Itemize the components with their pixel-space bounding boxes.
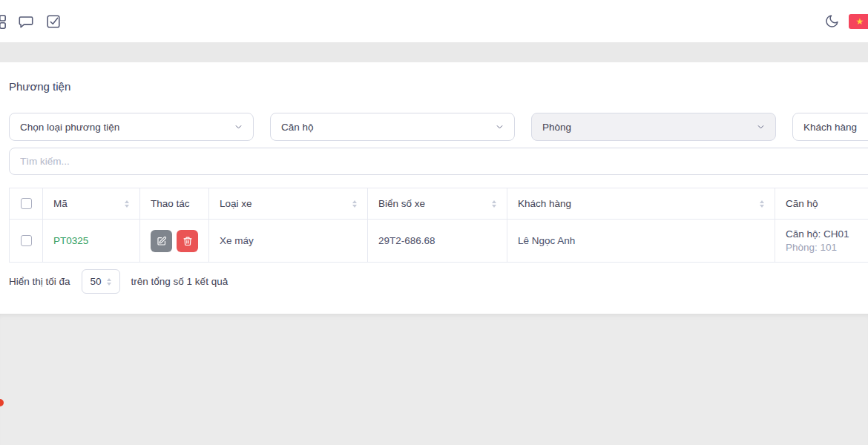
customer-cell: Lê Ngọc Anh [507, 220, 775, 263]
chevron-down-icon [234, 122, 243, 132]
pagination: Hiển thị tối đa 50 trên tổng số 1 kết qu… [9, 269, 868, 294]
column-header-apartment[interactable]: Căn hộ [775, 188, 868, 220]
sort-icon [352, 200, 357, 208]
apps-icon[interactable] [0, 13, 7, 30]
apartment-select[interactable]: Căn hộ [270, 113, 515, 141]
room-select[interactable]: Phòng [531, 113, 776, 141]
room-line: Phòng: 101 [786, 242, 868, 253]
search-input[interactable] [9, 148, 868, 175]
column-header-vehicle-type[interactable]: Loại xe [209, 188, 368, 220]
vehicles-table: Mã Thao tác Loại xe [9, 188, 868, 263]
customer-select-value: Khách hàng [803, 122, 857, 133]
edit-button[interactable] [151, 230, 172, 252]
sort-icon [760, 200, 764, 208]
room-select-value: Phòng [542, 122, 571, 133]
chevron-down-icon [756, 122, 766, 132]
vehicle-type-select[interactable]: Chọn loại phương tiện [9, 113, 254, 141]
column-header-actions: Thao tác [140, 188, 209, 220]
page-size-value: 50 [91, 276, 102, 287]
chat-bubble-icon[interactable] [18, 13, 34, 30]
customer-select[interactable]: Khách hàng [792, 113, 868, 141]
sort-icon [492, 200, 496, 208]
vehicle-type-cell: Xe máy [209, 220, 368, 263]
trash-icon [183, 236, 193, 246]
background-band [0, 42, 868, 62]
column-header-license-plate[interactable]: Biển số xe [368, 188, 507, 220]
page-title: Phương tiện [9, 80, 868, 93]
apartment-cell: Căn hộ: CH01 Phòng: 101 [775, 220, 868, 263]
vietnam-flag-icon[interactable]: ★ [849, 14, 868, 29]
topbar-right: ★ [824, 13, 868, 29]
moon-icon[interactable] [824, 13, 840, 29]
column-header-code[interactable]: Mã [43, 188, 140, 220]
row-checkbox[interactable] [21, 235, 32, 246]
sort-icon [125, 200, 129, 208]
table-row: PT0325 [10, 220, 868, 263]
license-plate-cell: 29T2-686.68 [368, 220, 507, 263]
check-square-icon[interactable] [45, 13, 62, 30]
vehicle-code-link[interactable]: PT0325 [53, 235, 88, 246]
row-actions [151, 230, 198, 252]
edit-icon [157, 236, 167, 246]
apartment-line: Căn hộ: CH01 [786, 228, 868, 240]
stepper-arrows-icon[interactable] [107, 278, 111, 286]
apartment-select-value: Căn hộ [281, 122, 314, 133]
page-size-input[interactable]: 50 [82, 269, 120, 294]
topbar: ★ [0, 0, 868, 42]
floating-action-dot[interactable] [0, 399, 4, 406]
select-all-checkbox[interactable] [21, 198, 32, 209]
topbar-left-icons [0, 13, 62, 30]
vehicle-type-select-value: Chọn loại phương tiện [20, 122, 119, 133]
column-header-customer[interactable]: Khách hàng [507, 188, 775, 220]
page-background [0, 314, 868, 445]
pagination-prefix-label: Hiển thị tối đa [9, 276, 70, 287]
filter-row: Chọn loại phương tiện Căn hộ Phòng Khách… [9, 113, 868, 141]
content-card: Phương tiện Chọn loại phương tiện Căn hộ… [0, 62, 868, 314]
table-header-row: Mã Thao tác Loại xe [10, 188, 868, 220]
delete-button[interactable] [177, 230, 198, 252]
chevron-down-icon [495, 122, 504, 132]
pagination-suffix-label: trên tổng số 1 kết quả [131, 276, 228, 287]
